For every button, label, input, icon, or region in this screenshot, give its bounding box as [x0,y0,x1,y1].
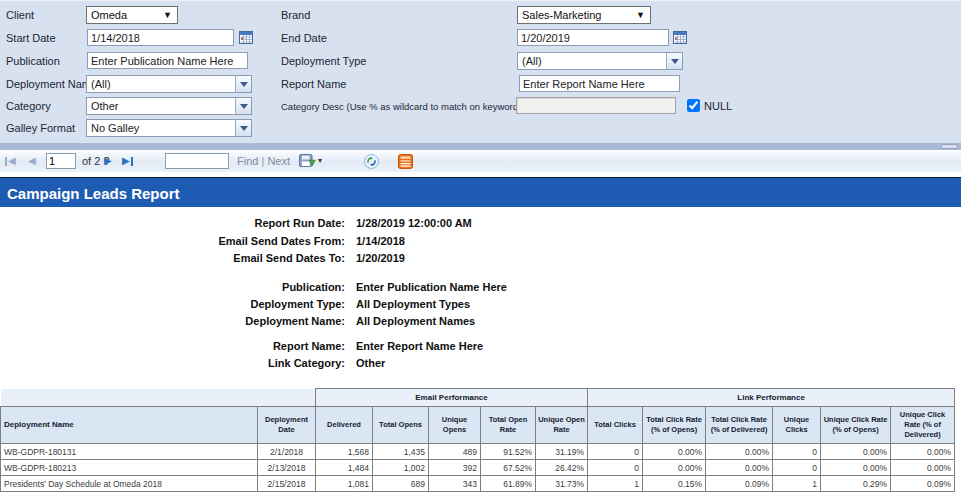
publication-meta-value: Enter Publication Name Here [356,281,507,293]
report-title-banner: Campaign Leads Report [0,177,961,207]
deployment-name-combo[interactable]: (All) [86,75,252,93]
group-header-row: Email Performance Link Performance [1,389,955,407]
cell-unique-open-rate: 31.19% [536,444,588,460]
cell-deployment-name: Presidents' Day Schedule at Omeda 2018 [1,476,258,492]
find-link[interactable]: Find [237,155,258,167]
category-label: Category [6,100,51,112]
cell-unique-click-rate-opens: 0.29% [821,476,891,492]
brand-dropdown[interactable]: Sales-Marketing ▼ [517,6,651,24]
col-total-click-rate-delivered: Total Click Rate (% of Delivered) [706,407,773,444]
link-category-meta-value: Other [356,357,385,369]
col-total-clicks: Total Clicks [588,407,643,444]
client-dropdown[interactable]: Omeda ▼ [86,6,178,24]
splitter-collapse-handle[interactable] [941,144,958,149]
col-unique-open-rate: Unique Open Rate [536,407,588,444]
chevron-down-icon: ▼ [163,10,172,20]
export-menu-caret[interactable]: ▾ [318,156,322,165]
combo-dropdown-button[interactable] [666,53,682,69]
combo-dropdown-button[interactable] [235,76,251,92]
data-feed-export-button[interactable] [398,150,413,172]
campaign-leads-table: Email Performance Link Performance Deplo… [0,388,955,492]
table-row: WB-GDPR-180131 2/1/2018 1,568 1,435 489 … [1,444,955,460]
cell-total-open-rate: 91.52% [481,444,536,460]
last-page-button[interactable]: ▶ [122,150,133,172]
cell-total-click-rate-delivered: 0.09% [706,476,773,492]
calendar-icon[interactable] [673,30,688,45]
cell-unique-clicks: 0 [773,444,821,460]
cell-total-click-rate-delivered: 0.00% [706,460,773,476]
report-name-meta-label: Report Name: [98,340,345,352]
category-desc-label: Category Desc (Use % as wildcard to matc… [281,101,521,112]
last-page-bar-icon [131,157,133,166]
cell-unique-click-rate-delivered: 0.00% [891,460,955,476]
publication-input[interactable] [87,52,248,69]
email-performance-group-header: Email Performance [316,389,588,407]
first-page-bar-icon [5,157,7,166]
report-run-date-label: Report Run Date: [98,217,345,229]
publication-meta-label: Publication: [98,281,345,293]
combo-dropdown-button[interactable] [235,120,251,136]
cell-total-click-rate-opens: 0.00% [643,460,706,476]
cell-delivered: 1,484 [316,460,373,476]
cell-deployment-date: 2/13/2018 [258,460,316,476]
col-deployment-date: Deployment Date [258,407,316,444]
galley-format-combo[interactable]: No Galley [86,119,252,137]
cell-unique-click-rate-opens: 0.00% [821,460,891,476]
col-unique-click-rate-opens: Unique Click Rate (% of Opens) [821,407,891,444]
refresh-button[interactable] [364,150,379,172]
table-row: WB-GDPR-180213 2/13/2018 1,484 1,002 392… [1,460,955,476]
report-toolbar: ◀ ◀ of 2 ? ▶ ▶ Find | Next ▾ [0,150,961,172]
export-disk-icon [299,153,316,169]
report-name-input[interactable] [519,75,680,92]
chevron-down-icon [240,126,248,131]
deployment-type-combo[interactable]: (All) [517,52,683,70]
category-desc-input [516,97,676,114]
first-page-button[interactable]: ◀ [5,150,16,172]
galley-format-label: Galley Format [6,122,75,134]
report-name-label: Report Name [281,78,346,90]
report-run-date-value: 1/28/2019 12:00:00 AM [356,217,472,229]
page-number-input[interactable] [46,153,76,169]
cell-deployment-date: 2/1/2018 [258,444,316,460]
col-unique-clicks: Unique Clicks [773,407,821,444]
export-button[interactable] [299,150,316,172]
deployment-type-value: (All) [522,55,542,67]
cell-unique-click-rate-delivered: 0.00% [891,444,955,460]
find-next-separator: | [261,155,264,167]
brand-label: Brand [281,9,310,21]
cell-total-opens: 1,002 [373,460,429,476]
find-text-input[interactable] [165,153,229,169]
panel-splitter[interactable] [0,143,961,150]
previous-page-button[interactable]: ◀ [28,150,36,172]
cell-total-click-rate-opens: 0.15% [643,476,706,492]
cell-unique-opens: 489 [429,444,481,460]
next-page-icon: ▶ [104,156,112,166]
email-send-dates-from-label: Email Send Dates From: [98,235,345,247]
deployment-name-value: (All) [91,78,111,90]
start-date-input[interactable] [87,29,234,46]
table-row: Presidents' Day Schedule at Omeda 2018 2… [1,476,955,492]
combo-dropdown-button[interactable] [235,98,251,114]
cell-total-clicks: 0 [588,460,643,476]
category-combo[interactable]: Other [86,97,252,115]
column-header-row: Deployment Name Deployment Date Delivere… [1,407,955,444]
chevron-down-icon [240,82,248,87]
report-title: Campaign Leads Report [7,185,180,202]
galley-format-value: No Galley [91,122,139,134]
brand-dropdown-value: Sales-Marketing [522,9,601,21]
calendar-icon[interactable] [239,30,254,45]
next-page-button[interactable]: ▶ [104,150,112,172]
col-total-open-rate: Total Open Rate [481,407,536,444]
cell-deployment-name: WB-GDPR-180213 [1,460,258,476]
data-feed-icon [398,154,413,169]
previous-page-icon: ◀ [28,156,36,166]
category-value: Other [91,100,119,112]
cell-total-click-rate-delivered: 0.00% [706,444,773,460]
cell-total-open-rate: 67.52% [481,460,536,476]
next-link[interactable]: Next [267,155,290,167]
cell-unique-opens: 343 [429,476,481,492]
cell-deployment-name: WB-GDPR-180131 [1,444,258,460]
null-checkbox[interactable] [687,99,700,112]
end-date-input[interactable] [517,29,669,46]
last-page-icon: ▶ [122,156,130,166]
